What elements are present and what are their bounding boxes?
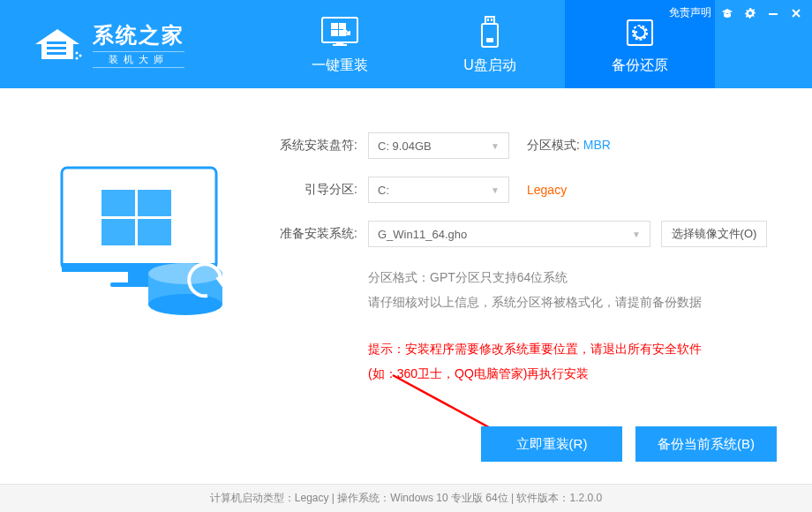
backup-icon [622, 14, 658, 51]
svg-rect-0 [769, 13, 778, 15]
svg-rect-2 [47, 47, 66, 49]
svg-rect-27 [102, 219, 135, 245]
svg-point-31 [148, 294, 222, 315]
logo-title: 系统之家 [93, 21, 184, 49]
choose-image-button[interactable]: 选择镜像文件(O) [661, 221, 767, 247]
chevron-down-icon: ▼ [491, 141, 500, 151]
warn-line2: (如：360卫士，QQ电脑管家)再执行安装 [368, 361, 777, 386]
svg-rect-10 [331, 23, 338, 29]
svg-point-4 [76, 52, 79, 55]
chevron-down-icon: ▼ [632, 230, 641, 239]
svg-rect-14 [485, 17, 494, 24]
statusbar: 计算机启动类型：Legacy | 操作系统：Windows 10 专业版 64位… [0, 484, 812, 512]
tab-label: U盘启动 [463, 56, 516, 75]
row-boot-partition: 引导分区: C: ▼ Legacy [274, 177, 777, 203]
boot-partition-label: 引导分区: [274, 182, 357, 198]
disclaimer-link[interactable]: 免责声明 [669, 5, 711, 20]
svg-point-5 [79, 55, 82, 57]
prepare-system-label: 准备安装系统: [274, 226, 357, 242]
svg-rect-28 [138, 219, 171, 245]
backup-button[interactable]: 备份当前系统(B) [635, 426, 777, 462]
svg-rect-1 [47, 41, 66, 44]
svg-rect-19 [628, 20, 652, 45]
prepare-system-select[interactable]: G_Win11_64.gho ▼ [368, 221, 650, 247]
svg-rect-3 [47, 52, 66, 55]
install-drive-value: C: 9.04GB [378, 139, 432, 153]
info-text: 分区格式：GPT分区只支持64位系统 请仔细核对以上信息，系统分区将被格式化，请… [368, 265, 777, 314]
boot-partition-value: C: [378, 184, 389, 197]
settings-icon[interactable] [743, 6, 757, 20]
warn-line1: 提示：安装程序需要修改系统重要位置，请退出所有安全软件 [368, 336, 777, 361]
reinstall-button[interactable]: 立即重装(R) [481, 426, 622, 462]
boot-partition-select[interactable]: C: ▼ [368, 177, 509, 203]
svg-rect-21 [62, 168, 216, 269]
content: 系统安装盘符: C: 9.04GB ▼ 分区模式: MBR 引导分区: C: ▼… [0, 88, 812, 484]
partition-mode-value: MBR [583, 138, 611, 152]
svg-rect-9 [336, 42, 343, 46]
svg-rect-11 [339, 23, 346, 29]
minimize-icon[interactable] [766, 6, 780, 20]
install-drive-select[interactable]: C: 9.04GB ▼ [368, 132, 509, 159]
reinstall-icon [320, 14, 359, 51]
hat-icon[interactable] [720, 6, 734, 20]
tab-reinstall[interactable]: 一键重装 [265, 0, 415, 88]
svg-rect-23 [128, 272, 150, 282]
info-line1: 分区格式：GPT分区只支持64位系统 [368, 265, 777, 290]
tab-label: 备份还原 [612, 56, 668, 75]
illustration [35, 132, 256, 386]
svg-rect-25 [102, 190, 135, 216]
partition-mode: 分区模式: MBR [527, 138, 611, 154]
logo-area: 系统之家 装机大师 [0, 0, 265, 88]
warning-text: 提示：安装程序需要修改系统重要位置，请退出所有安全软件 (如：360卫士，QQ电… [368, 336, 777, 386]
status-text: 计算机启动类型：Legacy | 操作系统：Windows 10 专业版 64位… [210, 491, 602, 506]
svg-rect-17 [482, 24, 498, 47]
info-line2: 请仔细核对以上信息，系统分区将被格式化，请提前备份数据 [368, 290, 777, 314]
row-install-drive: 系统安装盘符: C: 9.04GB ▼ 分区模式: MBR [274, 132, 777, 159]
install-drive-label: 系统安装盘符: [274, 138, 357, 154]
form-area: 系统安装盘符: C: 9.04GB ▼ 分区模式: MBR 引导分区: C: ▼… [256, 132, 777, 386]
svg-rect-16 [491, 19, 492, 21]
row-prepare-system: 准备安装系统: G_Win11_64.gho ▼ 选择镜像文件(O) [274, 221, 777, 247]
partition-mode-label: 分区模式: [527, 138, 580, 152]
tab-label: 一键重装 [312, 56, 368, 75]
action-row: 立即重装(R) 备份当前系统(B) [481, 426, 777, 462]
usb-icon [478, 14, 501, 51]
prepare-system-value: G_Win11_64.gho [378, 228, 467, 241]
logo-text: 系统之家 装机大师 [93, 21, 184, 68]
header: 免责声明 系统之家 装机大师 [0, 0, 812, 88]
svg-point-6 [76, 57, 79, 60]
boot-mode-value: Legacy [527, 183, 567, 197]
svg-rect-26 [138, 190, 171, 216]
chevron-down-icon: ▼ [491, 185, 500, 195]
svg-rect-15 [487, 19, 489, 21]
tab-usb-boot[interactable]: U盘启动 [415, 0, 565, 88]
svg-rect-12 [331, 30, 338, 36]
svg-rect-18 [486, 38, 493, 42]
logo-icon [31, 22, 84, 66]
titlebar-controls: 免责声明 [669, 5, 803, 20]
logo-subtitle: 装机大师 [93, 51, 184, 68]
close-icon[interactable] [789, 6, 803, 20]
